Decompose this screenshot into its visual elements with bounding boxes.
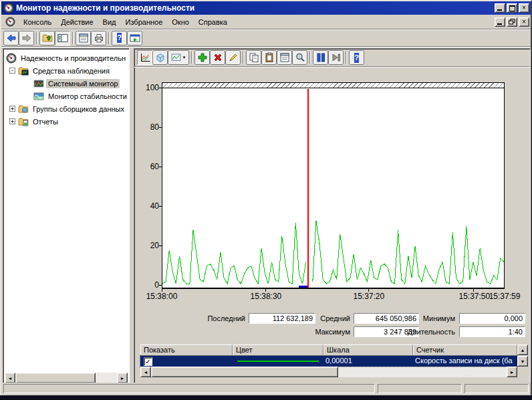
change-graph-type-button[interactable]: ▼ — [168, 50, 189, 65]
system-monitor-icon — [33, 78, 44, 89]
update-data-button[interactable] — [328, 50, 344, 65]
column-header-show[interactable]: Показать — [140, 344, 233, 356]
view-log-data-button[interactable] — [152, 50, 168, 65]
show-hide-tree-button[interactable] — [55, 31, 70, 45]
help-button[interactable]: ? — [112, 31, 127, 45]
chart-toolbar: ▼ ? — [134, 49, 530, 67]
child-minimize-button[interactable] — [495, 17, 505, 27]
tree-item-label: Монитор стабильности с — [46, 92, 128, 101]
maximum-label: Максимум — [293, 326, 350, 337]
paste-counter-list-button[interactable] — [261, 50, 277, 65]
x-axis: 15:38:00 15:38:30 15:37:20 15:37:50 15:3… — [162, 292, 505, 301]
new-window-button[interactable] — [127, 31, 142, 45]
back-button[interactable] — [3, 31, 19, 45]
status-pane — [464, 384, 529, 393]
chart-icon — [140, 52, 150, 63]
graph-type-icon — [171, 52, 182, 63]
tree-item-label: Надежность и производительн — [19, 54, 128, 63]
tree-item-monitoring-tools[interactable]: - Средства наблюдения — [5, 64, 128, 77]
add-counter-button[interactable] — [194, 50, 210, 65]
counter-row[interactable]: ✓ 0,00001 Скорость записи на диск (ба — [140, 356, 517, 367]
folder-report-icon — [18, 116, 29, 127]
highlighter-icon — [228, 52, 239, 63]
x-tick-label: 15:37:20 — [353, 292, 384, 301]
column-header-scale[interactable]: Шкала — [323, 344, 413, 356]
y-tick-label: 20 — [150, 241, 159, 250]
y-tick-label: 80 — [150, 122, 159, 132]
scroll-left-icon[interactable]: ◄ — [5, 373, 15, 383]
column-header-counter[interactable]: Счетчик — [413, 344, 517, 356]
scroll-right-icon[interactable]: ► — [507, 367, 517, 377]
console-gauge-icon — [5, 17, 16, 27]
menu-window[interactable]: Окно — [167, 17, 194, 27]
scrollbar-track[interactable] — [338, 367, 507, 377]
status-pane — [378, 384, 462, 393]
delete-counter-button[interactable] — [210, 50, 225, 65]
child-close-button[interactable]: × — [519, 17, 529, 27]
y-tick-label: 40 — [150, 201, 159, 211]
status-bar — [1, 383, 531, 395]
collapse-icon[interactable]: - — [9, 68, 15, 74]
tree-item-stability-monitor[interactable]: Монитор стабильности с — [5, 90, 128, 102]
menu-action[interactable]: Действие — [56, 17, 98, 27]
expand-icon[interactable]: + — [9, 118, 15, 124]
freeze-display-button[interactable] — [313, 50, 328, 65]
current-time-line — [307, 89, 309, 288]
tree-item-data-collector-sets[interactable]: + Группы сборщиков данных — [5, 102, 128, 115]
tree-horizontal-scrollbar[interactable]: ◄ ► — [5, 373, 128, 383]
color-cell — [233, 356, 323, 367]
chart-line-svg — [162, 83, 504, 288]
scroll-up-icon[interactable]: ▲ — [517, 344, 528, 355]
minimum-label: Минимум — [398, 313, 455, 324]
copy-properties-button[interactable] — [246, 50, 261, 65]
tree-item-reports[interactable]: + Отчеты — [5, 115, 128, 128]
chart-properties-button[interactable] — [277, 50, 292, 65]
tree-item-label: Отчеты — [31, 117, 60, 126]
zoom-button[interactable] — [292, 50, 307, 65]
column-header-color[interactable]: Цвет — [233, 344, 323, 356]
console-tree-panel: Надежность и производительн - Средства н… — [3, 48, 130, 385]
scroll-left-icon[interactable]: ◄ — [140, 367, 151, 377]
view-current-activity-button[interactable] — [137, 50, 152, 65]
expand-icon[interactable]: + — [9, 106, 15, 112]
y-tick-mark — [159, 206, 162, 207]
new-window-icon — [130, 33, 140, 43]
minimize-button[interactable] — [495, 3, 505, 13]
main-area: Надежность и производительн - Средства н… — [1, 48, 531, 385]
folder-data-icon — [18, 104, 29, 114]
toolbar-separator — [36, 32, 37, 44]
tree-item-system-monitor[interactable]: Системный монитор — [5, 77, 128, 90]
menu-console[interactable]: Консоль — [19, 17, 56, 27]
folder-monitor-icon — [18, 66, 29, 76]
maximize-button[interactable] — [507, 3, 517, 13]
scrollbar-thumb[interactable] — [151, 367, 338, 377]
scrollbar-track[interactable] — [96, 373, 117, 383]
step-forward-icon — [331, 52, 342, 63]
scroll-right-icon[interactable]: ► — [117, 373, 128, 383]
copy-icon — [249, 52, 259, 63]
print-button[interactable] — [91, 31, 106, 45]
gauge-icon — [3, 3, 14, 13]
scale-cell: 0,00001 — [323, 356, 413, 367]
toolbar-separator — [191, 52, 192, 64]
child-restore-button[interactable] — [507, 17, 517, 27]
x-tick-label: 15:37:50 — [458, 292, 490, 301]
menu-view[interactable]: Вид — [98, 17, 121, 27]
scrollbar-thumb[interactable] — [15, 373, 96, 383]
average-label: Средний — [293, 313, 350, 324]
back-arrow-icon — [6, 33, 17, 43]
tree-item-root[interactable]: Надежность и производительн — [5, 52, 128, 64]
menu-favorites[interactable]: Избранное — [121, 17, 168, 27]
highlight-button[interactable] — [225, 50, 241, 65]
menu-help[interactable]: Справка — [194, 17, 232, 27]
scroll-down-icon[interactable]: ▼ — [517, 356, 528, 367]
chart-help-button[interactable]: ? — [349, 50, 364, 65]
up-one-level-button[interactable] — [39, 31, 55, 45]
plus-icon — [197, 52, 208, 63]
properties-button[interactable] — [76, 31, 91, 45]
show-checkbox[interactable]: ✓ — [144, 357, 152, 366]
x-tick-label: 15:37:59 — [489, 292, 521, 301]
forward-button[interactable] — [19, 31, 34, 45]
table-horizontal-scrollbar[interactable]: ◄ ► — [140, 367, 517, 377]
close-button[interactable]: × — [519, 3, 529, 13]
